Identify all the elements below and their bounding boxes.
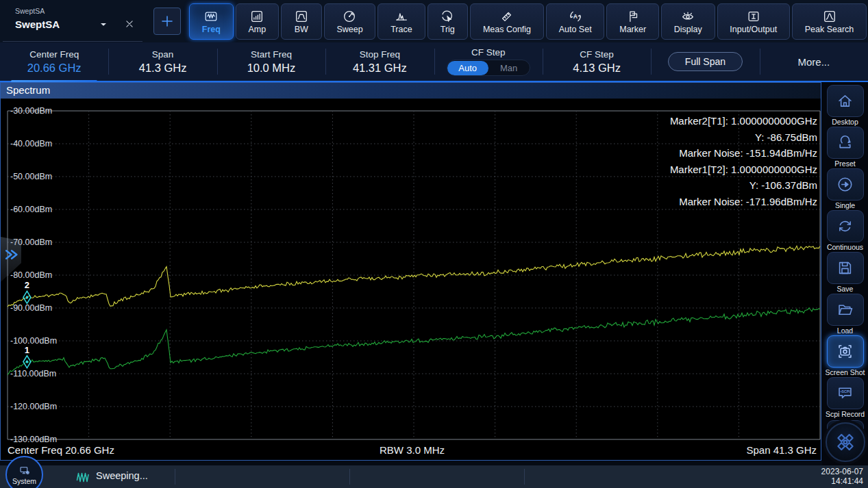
tab-dropdown-caret-icon[interactable] bbox=[98, 19, 109, 30]
measurement-tab[interactable]: SweptSA SweptSA bbox=[0, 0, 145, 42]
preset-icon bbox=[836, 133, 854, 152]
sweep-status-text: Sweeping... bbox=[96, 470, 148, 481]
marker-readout-line: Marker Noise: -151.94dBm/Hz bbox=[670, 145, 817, 162]
toolbar-button-freq[interactable]: Freq bbox=[189, 3, 234, 40]
add-tab-button[interactable] bbox=[153, 8, 181, 35]
sidebar-item-box bbox=[827, 85, 864, 117]
toolbar-button-label: BW bbox=[295, 25, 308, 34]
trace-icon bbox=[394, 9, 409, 24]
statusbar-divider bbox=[524, 469, 525, 485]
toolbar-button-peak-search[interactable]: Peak Search bbox=[792, 3, 867, 40]
toolbar-button-label: Sweep bbox=[336, 25, 362, 34]
spectrum-window: Spectrum -30.00dBm-40.00dBm-50.00dBm-60.… bbox=[0, 82, 821, 461]
param-label: Span bbox=[152, 49, 174, 60]
more-button[interactable]: More... bbox=[797, 56, 830, 68]
app-label: SweptSA bbox=[15, 7, 45, 15]
sidebar-item-scpi-record[interactable]: •SCPIScpi Record bbox=[824, 377, 867, 419]
tab-close-icon[interactable] bbox=[123, 18, 136, 30]
toolbar-button-meas-config[interactable]: Meas Config bbox=[470, 3, 544, 40]
sweep-icon bbox=[342, 9, 357, 24]
tab-title: SweptSA bbox=[15, 18, 60, 30]
marker-readout-line: Marker2[T1]: 1.0000000000GHz bbox=[670, 113, 817, 129]
footer-center-freq: Center Freq 20.66 GHz bbox=[8, 444, 277, 456]
full-span-button[interactable]: Full Span bbox=[668, 52, 743, 71]
param-cell-cf-step-mode[interactable]: CF StepAutoMan bbox=[434, 42, 543, 81]
toggle-option-man[interactable]: Man bbox=[488, 61, 530, 75]
toolbar-button-amp[interactable]: Amp bbox=[236, 3, 279, 40]
param-cell-start-freq[interactable]: Start Freq10.0 MHz bbox=[217, 42, 325, 81]
sidebar-item-box bbox=[827, 168, 864, 201]
clover-icon bbox=[833, 430, 858, 454]
param-cell-center-freq[interactable]: Center Freq20.66 GHz bbox=[0, 42, 108, 81]
system-button-label: System bbox=[12, 477, 36, 485]
sidebar-item-label: Save bbox=[837, 285, 854, 293]
sidebar-item-label: Continuous bbox=[827, 243, 863, 251]
toolbar-button-marker[interactable]: Marker bbox=[606, 3, 659, 40]
sidebar-item-continuous[interactable]: Continuous bbox=[824, 210, 867, 252]
system-button[interactable]: System bbox=[5, 456, 43, 488]
y-axis-tick-label: -40.00dBm bbox=[10, 139, 52, 149]
sidebar-item-label: Preset bbox=[834, 159, 855, 168]
param-cell-full-span[interactable]: Full Span bbox=[651, 42, 759, 81]
sidebar-item-label: Desktop bbox=[832, 118, 858, 126]
datetime-display: 2023-06-07 14:41:44 bbox=[821, 467, 863, 486]
plus-icon bbox=[158, 12, 176, 30]
param-value-start-freq: 10.0 MHz bbox=[247, 62, 296, 75]
toolbar-buttons: FreqAmpBWSweepTraceTrigMeas ConfigAAuto … bbox=[189, 3, 867, 40]
marker-readout: Marker2[T1]: 1.0000000000GHzY: -86.75dBm… bbox=[670, 113, 817, 209]
param-cell-span[interactable]: Span41.3 GHz bbox=[108, 42, 216, 81]
param-cell-stop-freq[interactable]: Stop Freq41.31 GHz bbox=[325, 42, 434, 81]
y-axis-tick-label: -50.00dBm bbox=[10, 172, 52, 181]
param-cell-more[interactable]: More... bbox=[760, 42, 868, 81]
sidebar-item-label: Load bbox=[837, 326, 853, 335]
navigation-knob-button[interactable] bbox=[826, 422, 865, 462]
y-axis-tick-label: -60.00dBm bbox=[10, 205, 52, 214]
param-label: Start Freq bbox=[251, 49, 292, 60]
svg-text:A: A bbox=[573, 13, 578, 20]
toolbar-button-label: Freq bbox=[202, 25, 221, 34]
sidebar-item-preset[interactable]: Preset bbox=[824, 127, 867, 168]
param-cell-cf-step[interactable]: CF Step4.13 GHz bbox=[543, 42, 651, 81]
input-output-icon bbox=[746, 9, 761, 24]
sidebar-item-load[interactable]: Load bbox=[824, 294, 867, 335]
y-axis-tick-label: -120.00dBm bbox=[10, 402, 57, 411]
plot-footer: Center Freq 20.66 GHz RBW 3.0 MHz Span 4… bbox=[8, 444, 817, 456]
toggle-option-auto[interactable]: Auto bbox=[447, 61, 488, 75]
bw-icon bbox=[294, 9, 309, 24]
peak-search-icon bbox=[822, 9, 837, 24]
cf-step-auto-man-toggle[interactable]: AutoMan bbox=[447, 60, 530, 76]
param-label: CF Step bbox=[471, 47, 506, 57]
parameter-row: Center Freq20.66 GHzSpan41.3 GHzStart Fr… bbox=[0, 42, 868, 82]
footer-span: Span 41.3 GHz bbox=[547, 444, 817, 456]
marker-icon bbox=[625, 9, 641, 24]
toolbar-button-auto-set[interactable]: AAuto Set bbox=[546, 3, 605, 40]
toolbar-button-trace[interactable]: Trace bbox=[377, 3, 425, 40]
marker-1-symbol[interactable]: 1 bbox=[23, 345, 31, 368]
marker-readout-line: Marker Noise: -171.96dBm/Hz bbox=[670, 194, 817, 210]
toolbar-button-trig[interactable]: Trig bbox=[427, 3, 469, 40]
date-text: 2023-06-07 bbox=[821, 467, 863, 477]
y-axis-tick-label: -110.00dBm bbox=[10, 369, 56, 378]
status-bar: System Sweeping... 2023-06-07 14:41:44 bbox=[0, 465, 868, 488]
sidebar-item-box bbox=[827, 127, 864, 159]
param-value-span: 41.3 GHz bbox=[139, 62, 187, 75]
toolbar-button-sweep[interactable]: Sweep bbox=[324, 3, 376, 40]
marker-2-symbol[interactable]: 2 bbox=[23, 280, 31, 303]
toolbar-button-label: Display bbox=[674, 25, 702, 34]
toolbar-button-bw[interactable]: BW bbox=[281, 3, 322, 40]
sidebar-item-screen-shot[interactable]: Screen Shot bbox=[824, 335, 867, 377]
toolbar-button-label: Input/Output bbox=[730, 25, 777, 34]
sidebar-item-single[interactable]: Single bbox=[824, 168, 867, 210]
amp-icon bbox=[249, 9, 264, 24]
app-root: SweptSA SweptSA FreqAmpBWSweepTraceTrigM… bbox=[0, 0, 868, 488]
freq-icon bbox=[203, 9, 219, 24]
param-label: Stop Freq bbox=[360, 49, 400, 60]
toolbar-button-input-output[interactable]: Input/Output bbox=[717, 3, 790, 40]
toolbar-button-display[interactable]: Display bbox=[661, 3, 715, 40]
sidebar-item-save[interactable]: Save bbox=[824, 252, 867, 294]
marker-readout-line: Marker1[T2]: 1.0000000000GHz bbox=[670, 162, 817, 178]
toolbar-button-label: Auto Set bbox=[559, 25, 592, 34]
statusbar-divider bbox=[175, 469, 175, 485]
y-axis-tick-label: -130.00dBm bbox=[10, 435, 57, 444]
sidebar-item-desktop[interactable]: Desktop bbox=[824, 85, 867, 127]
